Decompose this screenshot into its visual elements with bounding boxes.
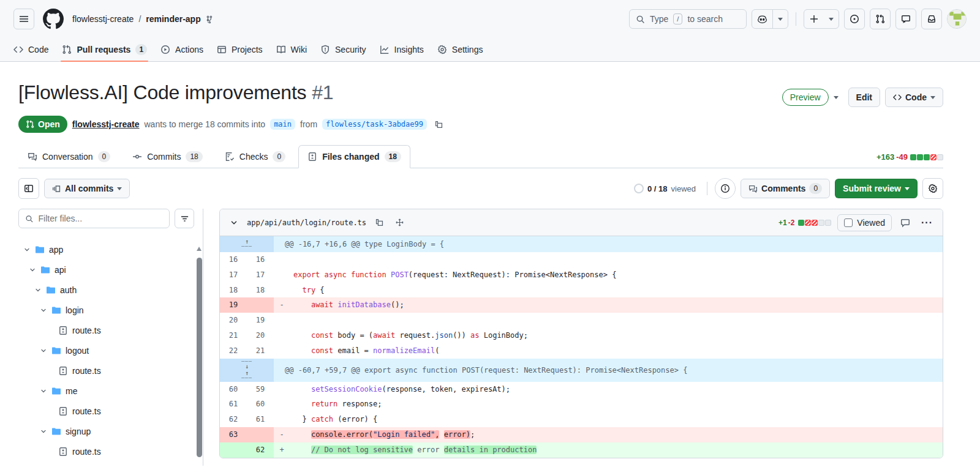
code-button[interactable]: Code [885, 88, 943, 107]
expand-up-button[interactable]: ↑┄┄┄ [239, 239, 254, 250]
file-options-button[interactable]: ··· [919, 215, 935, 231]
new-line-number[interactable]: 17 [247, 267, 274, 283]
tree-folder-auth[interactable]: auth [18, 280, 194, 300]
old-line-number[interactable] [220, 442, 247, 458]
new-line-number[interactable]: 21 [247, 343, 274, 359]
file-tree-scrollbar[interactable] [196, 244, 203, 470]
copilot-menu-button[interactable] [773, 10, 788, 28]
pr-author-link[interactable]: flowlesstj-create [72, 119, 140, 129]
expand-up-button[interactable]: ↑┄┄┄ [239, 370, 254, 381]
old-line-number[interactable]: 19 [220, 297, 247, 313]
hamburger-menu-button[interactable] [13, 9, 34, 29]
code-line[interactable]: const email = normalizeEmail( [290, 343, 943, 359]
code-line[interactable] [290, 313, 943, 328]
pull-requests-button[interactable] [870, 9, 891, 29]
tree-folder-me[interactable]: me [18, 381, 194, 401]
repo-nav-pull-requests[interactable]: Pull requests1 [57, 38, 152, 61]
code-line[interactable]: // Do not log sensitive error details in… [290, 442, 943, 458]
drag-file-handle[interactable] [393, 215, 407, 229]
code-line[interactable]: try { [290, 283, 943, 298]
repo-nav-security[interactable]: Security [315, 38, 371, 61]
pr-tab-checks[interactable]: Checks0 [216, 145, 295, 168]
preview-button[interactable]: Preview [782, 89, 829, 106]
old-line-number[interactable]: 16 [220, 252, 247, 267]
tree-file-route-ts[interactable]: route.ts [18, 320, 194, 340]
tree-folder-api[interactable]: api [18, 259, 194, 280]
tree-folder-logout[interactable]: logout [18, 340, 194, 360]
pr-tab-conversation[interactable]: Conversation0 [18, 145, 119, 168]
new-line-number[interactable]: 62 [247, 442, 274, 458]
github-logo[interactable] [43, 9, 64, 29]
edit-button[interactable]: Edit [848, 88, 880, 107]
scrollbar-up-arrow[interactable] [197, 247, 202, 251]
code-line[interactable]: await initDatabase(); [290, 297, 943, 313]
repo-nav-actions[interactable]: Actions [156, 38, 208, 61]
repo-nav-wiki[interactable]: Wiki [271, 38, 312, 61]
copy-branch-button[interactable] [432, 118, 446, 132]
new-line-number[interactable] [247, 427, 274, 442]
old-line-number[interactable]: 62 [220, 412, 247, 427]
head-branch-label[interactable]: flowless/task-3abdae99 [322, 119, 427, 130]
toggle-file-tree-button[interactable] [18, 178, 39, 199]
file-comment-button[interactable] [898, 215, 913, 230]
old-line-number[interactable]: 21 [220, 328, 247, 343]
comments-button[interactable]: Comments 0 [741, 179, 830, 198]
tree-folder-signup[interactable]: signup [18, 421, 194, 441]
code-line[interactable]: return response; [290, 397, 943, 412]
copilot-button[interactable] [752, 10, 772, 28]
copy-path-button[interactable] [372, 215, 386, 229]
new-line-number[interactable]: 20 [247, 328, 274, 343]
old-line-number[interactable]: 60 [220, 382, 247, 397]
code-line[interactable] [290, 252, 943, 267]
code-line[interactable]: setSessionCookie(response, token, expire… [290, 382, 943, 397]
repo-nav-insights[interactable]: Insights [375, 38, 429, 61]
tree-folder-app[interactable]: app [18, 239, 194, 259]
old-line-number[interactable]: 22 [220, 343, 247, 359]
create-new-button[interactable] [804, 10, 824, 28]
tree-folder-login[interactable]: login [18, 300, 194, 320]
code-line[interactable]: export async function POST(request: Next… [290, 267, 943, 283]
code-line[interactable]: console.error("Login failed", error); [290, 427, 943, 442]
create-new-menu-button[interactable] [824, 10, 839, 28]
base-branch-label[interactable]: main [270, 119, 295, 130]
global-search-input[interactable]: Type / to search [629, 9, 747, 29]
discussions-button[interactable] [895, 9, 916, 29]
filter-files-input[interactable] [39, 214, 163, 223]
tree-file-route-ts[interactable]: route.ts [18, 441, 194, 461]
submit-review-button[interactable]: Submit review [835, 179, 918, 198]
old-line-number[interactable]: 20 [220, 313, 247, 328]
notifications-button[interactable] [921, 9, 942, 29]
tree-file-route-ts[interactable]: route.ts [18, 401, 194, 421]
filter-files-field[interactable] [18, 209, 170, 228]
pr-tab-files-changed[interactable]: Files changed18 [298, 145, 410, 168]
breadcrumb-owner[interactable]: flowlesstj-create [72, 14, 134, 24]
tree-file-route-ts[interactable]: route.ts [18, 360, 194, 381]
review-info-button[interactable] [715, 178, 736, 199]
repo-nav-projects[interactable]: Projects [212, 38, 268, 61]
viewed-checkbox-button[interactable]: Viewed [837, 214, 892, 231]
old-line-number[interactable]: 18 [220, 283, 247, 298]
new-line-number[interactable]: 60 [247, 397, 274, 412]
breadcrumb-repo[interactable]: reminder-app [146, 14, 200, 24]
diff-settings-button[interactable] [922, 178, 943, 199]
new-line-number[interactable]: 59 [247, 382, 274, 397]
expand-down-button[interactable]: ┄┄┄↓ [239, 359, 254, 370]
old-line-number[interactable]: 61 [220, 397, 247, 412]
all-commits-dropdown[interactable]: All commits [44, 179, 130, 198]
filter-options-button[interactable] [175, 209, 194, 228]
pr-tab-commits[interactable]: Commits18 [123, 145, 212, 168]
old-line-number[interactable]: 63 [220, 427, 247, 442]
diff-file-path[interactable]: app/api/auth/login/route.ts [247, 218, 366, 227]
collapse-file-button[interactable] [227, 216, 241, 229]
old-line-number[interactable]: 17 [220, 267, 247, 283]
new-line-number[interactable]: 61 [247, 412, 274, 427]
code-line[interactable]: } catch (error) { [290, 412, 943, 427]
repo-nav-code[interactable]: Code [9, 38, 53, 61]
user-avatar[interactable] [947, 9, 967, 29]
code-line[interactable]: const body = (await request.json()) as L… [290, 328, 943, 343]
new-line-number[interactable]: 18 [247, 283, 274, 298]
new-line-number[interactable]: 16 [247, 252, 274, 267]
scrollbar-thumb[interactable] [197, 258, 202, 457]
repo-nav-settings[interactable]: Settings [432, 38, 488, 61]
new-line-number[interactable]: 19 [247, 313, 274, 328]
